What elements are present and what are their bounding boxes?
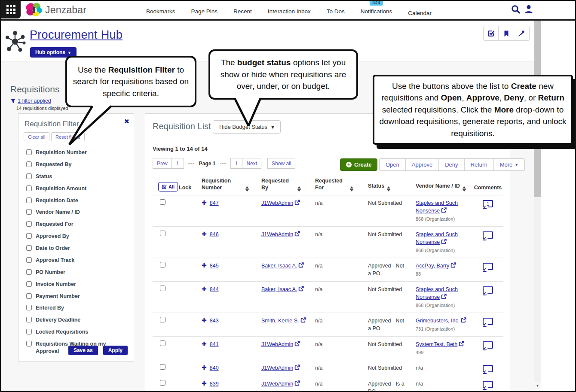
requisition-number-link[interactable]: 847	[210, 199, 219, 207]
vendor-link[interactable]: Grimebusters, Inc.	[416, 318, 460, 324]
nav-item-page-pins[interactable]: Page Pins	[191, 6, 218, 15]
clear-all-button[interactable]: Clear all	[24, 132, 49, 141]
vendor-link[interactable]: SystemTest, Beth	[416, 341, 457, 347]
checkbox[interactable]	[26, 341, 32, 346]
filter-option-requested-by[interactable]: Requested By	[26, 161, 129, 168]
expand-row-icon[interactable]: ✚	[202, 231, 207, 238]
return-button[interactable]: Return	[464, 159, 493, 170]
vendor-link[interactable]: AccPay, Barry	[416, 263, 449, 269]
bookmark-button[interactable]	[499, 26, 514, 41]
requisition-number-link[interactable]: 846	[210, 231, 219, 238]
row-checkbox[interactable]	[160, 231, 165, 236]
requisition-number-link[interactable]: 839	[210, 380, 219, 388]
nav-item-notifications[interactable]: 444 Notifications	[361, 6, 392, 15]
comment-bubble-icon[interactable]	[483, 341, 493, 349]
vendor-link[interactable]: Staples and Such Nonsense	[416, 200, 458, 214]
external-link-icon[interactable]	[459, 341, 464, 346]
expand-row-icon[interactable]: ✚	[202, 262, 207, 269]
expand-row-icon[interactable]: ✚	[202, 317, 207, 324]
checkbox[interactable]	[26, 161, 32, 167]
nav-item-to-dos[interactable]: To Dos	[327, 6, 345, 15]
external-link-icon[interactable]	[298, 286, 304, 292]
close-icon[interactable]: ✖	[124, 118, 129, 125]
comment-bubble-icon[interactable]	[483, 381, 493, 388]
row-checkbox[interactable]	[160, 199, 165, 205]
external-link-icon[interactable]	[450, 262, 456, 268]
requisition-number-link[interactable]: 841	[210, 340, 219, 348]
filter-option-vendor-name-id[interactable]: Vendor Name / ID	[26, 209, 129, 216]
checkbox[interactable]	[26, 185, 32, 191]
sort-icon[interactable]	[387, 186, 390, 191]
apply-button[interactable]: Apply	[103, 346, 128, 355]
comment-bubble-icon[interactable]	[483, 286, 493, 294]
prev-page-button[interactable]: Prev	[153, 158, 172, 169]
external-link-icon[interactable]	[441, 207, 447, 213]
expand-row-icon[interactable]: ✚	[202, 364, 207, 371]
row-checkbox[interactable]	[160, 262, 165, 267]
filters-applied-link[interactable]: 1 filter applied	[10, 98, 51, 104]
nav-item-calendar[interactable]: Calendar	[408, 4, 432, 16]
tasks-button[interactable]	[483, 26, 499, 41]
row-checkbox[interactable]	[160, 340, 165, 346]
user-account-icon[interactable]	[524, 4, 534, 15]
filter-option-invoice-number[interactable]: Invoice Number	[26, 281, 129, 288]
checkbox[interactable]	[26, 281, 32, 287]
create-button[interactable]: + Create	[340, 158, 377, 171]
row-checkbox[interactable]	[160, 317, 165, 322]
checkbox[interactable]	[26, 329, 32, 334]
jenzabar-logo[interactable]: Jenzabar	[25, 2, 86, 18]
filter-option-locked-requisitions[interactable]: Locked Requisitions	[26, 328, 129, 336]
external-link-icon[interactable]	[298, 262, 304, 268]
external-link-icon[interactable]	[441, 239, 447, 244]
requisition-number-link[interactable]: 845	[210, 262, 219, 270]
approve-button[interactable]: Approve	[405, 159, 438, 170]
external-link-icon[interactable]	[461, 317, 466, 323]
comment-bubble-icon[interactable]	[483, 318, 493, 325]
show-all-button[interactable]: Show all	[267, 158, 295, 169]
filter-option-requisition-number[interactable]: Requisition Number	[26, 149, 129, 156]
checkbox[interactable]	[26, 257, 32, 263]
requisition-number-link[interactable]: 843	[210, 317, 219, 325]
filter-option-requested-for[interactable]: Requested For	[26, 221, 129, 228]
checkbox[interactable]	[26, 305, 32, 310]
checkbox[interactable]	[26, 173, 32, 179]
checkbox[interactable]	[26, 198, 32, 203]
filter-option-entered-by[interactable]: Entered By	[26, 304, 129, 312]
external-link-icon[interactable]	[294, 200, 300, 205]
filter-option-approved-by[interactable]: Approved By	[26, 233, 129, 240]
requested-by-link[interactable]: J1WebAdmin	[261, 341, 293, 347]
checkbox[interactable]	[26, 245, 32, 251]
page-1-button[interactable]: 1	[172, 158, 184, 169]
comment-bubble-icon[interactable]	[483, 365, 493, 372]
save-as-button[interactable]: Save as	[68, 346, 98, 355]
scroll-down-arrow[interactable]: ▼	[534, 382, 541, 390]
requested-by-link[interactable]: Smith, Kerrie S.	[261, 318, 299, 324]
vendor-link[interactable]: Staples and Such Nonsense	[416, 231, 458, 245]
filter-option-approval-track[interactable]: Approval Track	[26, 257, 129, 264]
checkbox[interactable]	[26, 269, 32, 275]
requisition-number-link[interactable]: 840	[210, 364, 219, 372]
external-link-icon[interactable]	[441, 294, 447, 299]
row-checkbox[interactable]	[160, 364, 165, 370]
external-link-icon[interactable]	[294, 341, 300, 346]
column-header-vendor[interactable]: Vendor Name / ID	[408, 182, 473, 191]
checkbox[interactable]	[26, 209, 32, 215]
external-link-icon[interactable]	[294, 365, 300, 370]
checkbox[interactable]	[26, 221, 32, 227]
nav-item-interaction-inbox[interactable]: Interaction Inbox	[268, 6, 311, 15]
checkbox[interactable]	[26, 317, 32, 322]
requested-by-link[interactable]: J1WebAdmin	[261, 381, 293, 387]
vendor-link[interactable]: Staples and Such Nonsense	[416, 286, 458, 300]
requested-by-link[interactable]: J1WebAdmin	[261, 200, 293, 206]
filter-option-requisition-amount[interactable]: Requisition Amount	[26, 185, 129, 192]
filter-option-date-to-order[interactable]: Date to Order	[26, 245, 129, 252]
comment-bubble-icon[interactable]	[483, 231, 493, 239]
column-header-number[interactable]: Requisition Number	[194, 177, 255, 191]
more-dropdown-button[interactable]: More▼	[493, 159, 525, 170]
checkbox[interactable]	[26, 149, 32, 155]
expand-row-icon[interactable]: ✚	[202, 340, 207, 348]
filter-option-delivery-deadline[interactable]: Delivery Deadline	[26, 316, 129, 324]
app-switcher-button[interactable]	[1, 1, 21, 18]
sort-icon[interactable]	[350, 186, 353, 191]
pin-button[interactable]	[514, 26, 530, 41]
